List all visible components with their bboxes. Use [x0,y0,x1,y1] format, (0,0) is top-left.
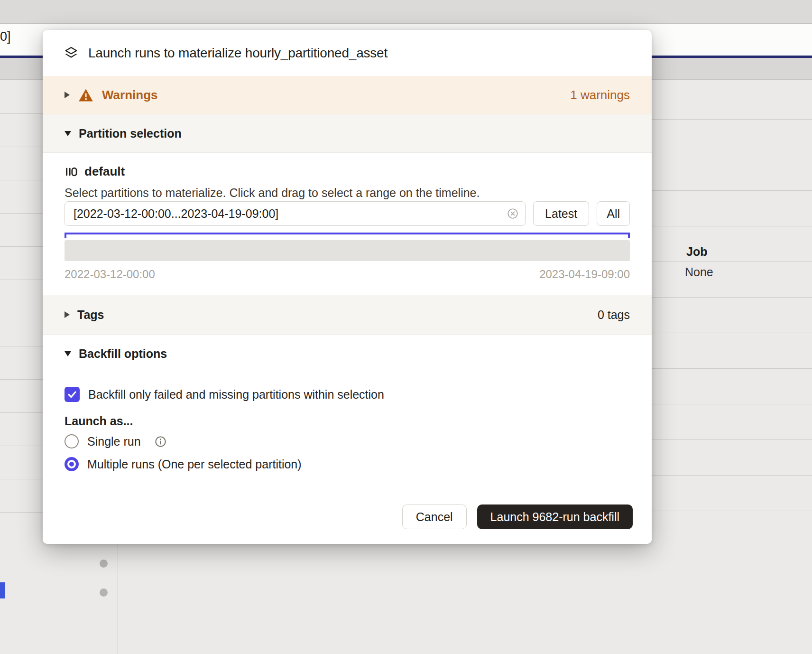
partition-range-row: Latest All [65,201,630,226]
partition-range-input-wrap [65,201,526,226]
background-table-rows-right [652,84,812,544]
warning-triangle-icon [78,88,93,102]
tags-section-toggle[interactable]: Tags 0 tags [43,295,652,335]
single-run-radio-row[interactable]: Single run [65,434,167,448]
all-button[interactable]: All [597,201,630,226]
background-column-divider [118,544,118,654]
radio-selected [65,457,79,471]
partition-dimension-row: default [65,164,125,179]
asset-layers-icon [64,46,79,61]
background-status-dot [100,589,108,597]
tags-count: 0 tags [598,308,630,322]
timeline-end-label: 2023-04-19-09:00 [539,268,630,281]
multiple-runs-radio-row[interactable]: Multiple runs (One per selected partitio… [65,457,302,471]
partition-selection-content: default Select partitions to materialize… [43,153,652,295]
backfill-options-header: Backfill options [79,347,167,361]
tags-header: Tags [77,308,104,322]
app-background: 0] Job None Launch runs to materialize h… [0,0,812,654]
radio-unselected [65,434,79,448]
partition-timeline-bar[interactable] [65,240,630,261]
launch-partitions-dialog: Launch runs to materialize hourly_partit… [43,30,652,544]
clear-circle-icon [507,207,519,220]
partition-dimension-name: default [84,164,125,179]
partition-range-input[interactable] [65,201,526,226]
timeline-start-label: 2022-03-12-00:00 [65,268,155,281]
selected-range-outline [65,233,630,238]
chevron-right-icon [65,92,70,98]
launch-backfill-button[interactable]: Launch 9682-run backfill [477,505,633,529]
radio-selected-dot [69,462,74,467]
failed-missing-partitions-checkbox-row[interactable]: Backfill only failed and missing partiti… [65,387,384,402]
clear-input-button[interactable] [507,207,519,220]
warnings-section-toggle[interactable]: Warnings 1 warnings [43,76,652,114]
partition-set-icon [65,165,78,178]
latest-button[interactable]: Latest [533,201,589,226]
background-selection-marker [0,582,5,598]
info-icon[interactable] [154,435,167,448]
backfill-options-section-toggle[interactable]: Backfill options [43,335,652,373]
chevron-down-icon [65,351,71,356]
background-job-column-label: Job [686,245,707,259]
warnings-label: Warnings [102,88,157,103]
partition-selection-header: Partition selection [79,127,182,140]
chevron-down-icon [65,131,71,136]
background-status-dot [100,560,108,568]
background-clipped-text: 0] [0,29,11,44]
cancel-button[interactable]: Cancel [402,505,467,529]
multiple-runs-label: Multiple runs (One per selected partitio… [87,458,302,471]
launch-as-label: Launch as... [65,414,133,428]
backfill-options-content: Backfill only failed and missing partiti… [43,373,652,490]
checkbox-checked [65,387,80,402]
dialog-title: Launch runs to materialize hourly_partit… [88,46,388,61]
chevron-right-icon [65,311,70,318]
radio-selected-ring [67,460,76,468]
dialog-footer: Cancel Launch 9682-run backfill [43,490,652,544]
partition-instructions: Select partitions to materialize. Click … [65,186,480,200]
background-job-column-value: None [685,265,713,279]
warnings-count: 1 warnings [570,88,630,103]
single-run-label: Single run [87,435,141,448]
dialog-header: Launch runs to materialize hourly_partit… [43,30,652,76]
partition-selection-section-toggle[interactable]: Partition selection [43,114,652,153]
background-toolbar [0,0,812,24]
background-table-rows-left [0,81,43,544]
checkbox-label: Backfill only failed and missing partiti… [88,388,384,402]
